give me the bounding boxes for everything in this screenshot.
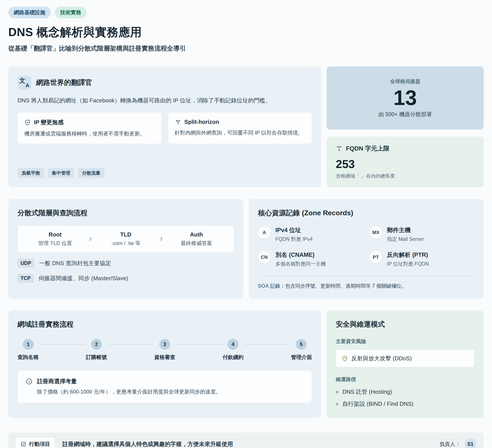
checkbox-icon — [20, 441, 26, 447]
action-item-badge: 行動項目 — [16, 438, 55, 448]
feature-text: 針對內網與外網查詢，可回覆不同 IP 以符合存取情境。 — [175, 129, 305, 137]
root-servers-card: 全球根伺服器 13 由 500+ 機器分散部署 — [327, 67, 484, 130]
info-icon — [26, 378, 33, 385]
record-a-badge: A — [258, 226, 271, 239]
step-circle-3: 3 — [159, 339, 170, 350]
registration-title: 網域註冊實務流程 — [18, 320, 312, 329]
protocol-tcp: TCP 伺服器間備援、同步 (Master/Slave) — [18, 274, 234, 283]
page-subtitle: 從基礎「翻譯官」比喻到分散式階層架構與註冊實務流程全導引 — [8, 44, 484, 53]
tag-traffic-distribution: 分散流量 — [78, 168, 104, 178]
owner-label: 負責人： — [440, 441, 461, 448]
query-flow-track: Root 管理 TLD 位置 › TLD .com / .tw 等 › Auth… — [18, 225, 234, 253]
registrar-note: 註冊商選擇考量 除了價格（約 600-1000 元/年），更應考量介面好用度與全… — [18, 370, 312, 403]
record-mx: MX 郵件主機 指定 Mail Server — [369, 226, 474, 243]
owner: 負責人： S1 — [440, 438, 476, 448]
udp-text: 一般 DNS 查詢封包主要協定 — [39, 259, 111, 267]
record-mx-badge: MX — [369, 226, 382, 239]
step-connector — [176, 344, 221, 345]
ops-list: DNS 託管 (Hosting) 自行架設 (BIND / Find DNS) — [336, 388, 474, 408]
page-title: DNS 概念解析與實務應用 — [8, 24, 484, 40]
tag-load-balancing: 負載平衡 — [18, 168, 44, 178]
soa-note: SOA 記錄：包含同步序號、更新時間、過期時間等 7 個關鍵欄位。 — [258, 276, 474, 289]
record-a: A IPv4 位址 FQDN 對應 IPv4 — [258, 226, 363, 243]
translator-card: 文A 網路世界的翻譯官 DNS 將人類易記的網址（如 Facebook）轉換為機… — [8, 67, 321, 187]
hierarchy-card: 分散式階層與查詢流程 Root 管理 TLD 位置 › TLD .com / .… — [8, 199, 243, 299]
step-connector — [40, 344, 85, 345]
action-bar: 行動項目 註冊網域時，建議選擇具個人特色或興趣的字樣，方便未來升級使用 負責人：… — [8, 432, 484, 448]
feature-text: 機房搬遷或雲端服務移轉時，使用者不需手動更新。 — [24, 130, 155, 138]
record-ptr: PT 反向解析 (PTR) IP 位址對應 FQDN — [369, 251, 474, 267]
registration-stepper: 1 2 3 4 5 — [23, 339, 307, 350]
flow-step-auth: Auth 最終權威答案 — [164, 231, 229, 247]
translate-icon: 文A — [18, 76, 31, 90]
ops-item-hosting: DNS 託管 (Hosting) — [336, 388, 474, 396]
ops-item-self-host: 自行架設 (BIND / Find DNS) — [336, 400, 474, 408]
security-card: 安全與維運模式 主要資安風險 反射與放大攻擊 (DDoS) 維運路徑 DNS 託… — [327, 310, 484, 418]
step-circle-4: 4 — [227, 339, 238, 350]
note-title: 註冊商選擇考量 — [37, 377, 221, 385]
bullet-dot — [336, 403, 338, 405]
feature-split-horizon: Split-horizon 針對內網與外網查詢，可回覆不同 IP 以符合存取情境… — [168, 112, 312, 144]
risk-item-ddos: 反射與放大攻擊 (DDoS) — [336, 350, 474, 367]
tag-central-management: 集中管理 — [48, 168, 74, 178]
record-ptr-badge: PT — [369, 251, 382, 264]
feature-list: IP 變更無感 機房搬遷或雲端服務移轉時，使用者不需手動更新。 Split — [18, 112, 312, 144]
fqdn-title: FQDN 字元上限 — [346, 144, 390, 153]
root-servers-caption: 由 500+ 機器分散部署 — [378, 111, 432, 118]
ops-label: 維運路徑 — [336, 376, 474, 383]
step-connector — [245, 344, 290, 345]
risk-text: 反射與放大攻擊 (DDoS) — [351, 355, 412, 362]
shield-alert-icon — [342, 356, 348, 362]
risk-label: 主要資安風險 — [336, 338, 474, 345]
root-servers-label: 全球根伺服器 — [390, 78, 420, 85]
security-title: 安全與維運模式 — [336, 320, 474, 329]
root-servers-value: 13 — [394, 86, 417, 109]
record-cname-badge: CN — [258, 251, 271, 264]
registration-card: 網域註冊實務流程 1 2 3 4 5 查詢名稱 訂購帳號 資格審查 付款續約 管… — [8, 310, 321, 418]
step-circle-2: 2 — [91, 339, 102, 350]
zone-records-card: 核心資源記錄 (Zone Records) A IPv4 位址 FQDN 對應 … — [249, 199, 484, 299]
zone-records-title: 核心資源記錄 (Zone Records) — [258, 208, 474, 218]
feature-title: Split-horizon — [184, 119, 219, 125]
step-labels: 查詢名稱 訂購帳號 資格審查 付款續約 管理介面 — [18, 354, 312, 361]
tcp-badge: TCP — [18, 274, 34, 283]
tcp-text: 伺服器間備援、同步 (Master/Slave) — [39, 275, 128, 282]
category-badges: 網路基礎設施 技術實務 — [8, 7, 484, 18]
step-connector — [108, 344, 153, 345]
record-cname: CN 別名 (CNAME) 多個名稱對應同一主機 — [258, 251, 363, 267]
benefit-tags: 負載平衡 集中管理 分散流量 — [18, 159, 312, 178]
badge-network-infrastructure: 網路基礎設施 — [8, 7, 51, 18]
feature-ip-change: IP 變更無感 機房搬遷或雲端服務移轉時，使用者不需手動更新。 — [18, 112, 162, 144]
step-circle-5: 5 — [296, 339, 307, 350]
action-text: 註冊網域時，建議選擇具個人特色或興趣的字樣，方便未來升級使用 — [62, 440, 233, 448]
bullet-dot — [336, 391, 338, 393]
fqdn-card: FQDN 字元上限 253 含根網域「.」在內的總長度 — [327, 136, 484, 187]
badge-technical-practice: 技術實務 — [55, 7, 87, 18]
flow-step-tld: TLD .com / .tw 等 — [93, 231, 159, 247]
record-grid: A IPv4 位址 FQDN 對應 IPv4 MX 郵件主機 指定 Mail S… — [258, 226, 474, 267]
step-circle-1: 1 — [23, 339, 34, 350]
shield-check-icon — [24, 119, 31, 126]
fqdn-caption: 含根網域「.」在內的總長度 — [336, 173, 474, 179]
split-horizon-icon — [175, 119, 181, 125]
hierarchy-title: 分散式階層與查詢流程 — [18, 208, 234, 218]
translator-card-title: 網路世界的翻譯官 — [36, 78, 92, 88]
chevron-right-icon: › — [88, 234, 93, 244]
fqdn-value: 253 — [336, 157, 474, 171]
letter-t-icon — [336, 145, 342, 152]
note-text: 除了價格（約 600-1000 元/年），更應考量介面好用度與全球更新同步的速度… — [37, 388, 221, 396]
page: 網路基礎設施 技術實務 DNS 概念解析與實務應用 從基礎「翻譯官」比喻到分散式… — [8, 7, 484, 448]
feature-title: IP 變更無感 — [34, 119, 63, 126]
chevron-right-icon: › — [159, 234, 164, 244]
owner-avatar: S1 — [464, 438, 476, 448]
translator-description: DNS 將人類易記的網址（如 Facebook）轉換為機器可路由的 IP 位址，… — [18, 96, 312, 105]
protocol-udp: UDP 一般 DNS 查詢封包主要協定 — [18, 259, 234, 268]
udp-badge: UDP — [18, 259, 34, 268]
flow-step-root: Root 管理 TLD 位置 — [22, 231, 88, 247]
